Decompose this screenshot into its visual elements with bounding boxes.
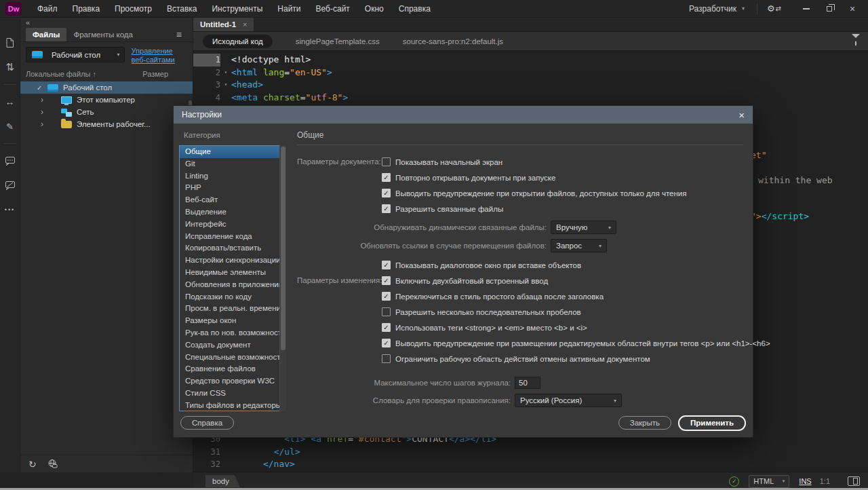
tree-row[interactable]: › Сеть bbox=[20, 106, 193, 118]
checkbox[interactable]: ✓ bbox=[382, 276, 391, 285]
category-item[interactable]: Сравнение файлов bbox=[180, 363, 285, 375]
category-item[interactable]: Подсказки по коду bbox=[180, 291, 285, 303]
menu-item[interactable]: Веб-сайт bbox=[309, 0, 357, 18]
sync-settings-button[interactable]: ⚙ ⇄ bbox=[763, 3, 785, 14]
checkbox[interactable]: ✓ bbox=[382, 189, 391, 197]
category-item[interactable]: Исправление кода bbox=[180, 231, 285, 243]
insert-mode-indicator[interactable]: INS bbox=[799, 477, 811, 485]
checkbox[interactable]: ✓ bbox=[382, 339, 391, 347]
panel-menu-icon[interactable]: ≡ bbox=[176, 30, 182, 41]
category-item[interactable]: Настройки синхронизации bbox=[180, 255, 285, 267]
checkbox[interactable]: ✓ bbox=[382, 323, 391, 332]
workspace-switcher[interactable]: Разработчик ▾ bbox=[682, 4, 751, 14]
lint-ok-icon[interactable]: ✓ bbox=[729, 476, 739, 487]
category-item[interactable]: Специальные возможности bbox=[180, 352, 285, 364]
expand-chevron-icon[interactable]: › bbox=[41, 107, 50, 117]
dialog-close-icon[interactable]: × bbox=[738, 110, 745, 120]
expand-chevron-icon[interactable]: › bbox=[41, 95, 50, 105]
code-line[interactable]: 3▾<head> bbox=[193, 79, 868, 92]
menu-item[interactable]: Вставка bbox=[159, 0, 205, 18]
fold-arrow-icon[interactable]: ▾ bbox=[220, 67, 231, 79]
checkbox[interactable]: ✓ bbox=[382, 173, 391, 182]
tab-close-icon[interactable]: × bbox=[243, 20, 247, 29]
checkbox[interactable]: ✓ bbox=[382, 292, 391, 301]
device-preview-icon[interactable] bbox=[848, 476, 860, 486]
category-item[interactable]: Рук-ва по нов. возможностям bbox=[180, 327, 285, 339]
apply-button[interactable]: Применить bbox=[678, 415, 746, 431]
tree-row[interactable]: ✓ Рабочий стол bbox=[20, 81, 193, 94]
comment-icon[interactable] bbox=[0, 151, 20, 171]
category-item[interactable]: Создать документ bbox=[180, 339, 285, 352]
code-line[interactable]: 2▾<html lang="en-US"> bbox=[193, 67, 868, 79]
more-tools-icon[interactable]: ••• bbox=[5, 206, 15, 213]
history-steps-input[interactable]: 50 bbox=[515, 377, 540, 389]
filter-icon[interactable] bbox=[852, 38, 860, 45]
menu-item[interactable]: Окно bbox=[357, 0, 391, 18]
category-item[interactable]: PHP bbox=[180, 182, 285, 194]
tree-row[interactable]: › Этот компьютер bbox=[20, 94, 193, 106]
category-item[interactable]: Обновления в приложении bbox=[180, 279, 285, 291]
expand-chevron-icon[interactable]: › bbox=[41, 119, 50, 129]
remove-comment-icon[interactable] bbox=[0, 175, 20, 195]
file-tool-icon[interactable] bbox=[0, 33, 20, 53]
menu-item[interactable]: Правка bbox=[65, 0, 108, 18]
category-item[interactable]: Стили CSS bbox=[180, 388, 285, 400]
category-item[interactable]: Общие bbox=[180, 146, 285, 158]
checkbox[interactable]: ✓ bbox=[382, 204, 391, 213]
column-size[interactable]: Размер bbox=[142, 70, 168, 78]
checkbox[interactable] bbox=[382, 157, 391, 166]
category-item[interactable]: Linting bbox=[180, 170, 285, 183]
site-select[interactable]: Рабочий стол ▾ bbox=[26, 47, 125, 62]
restore-button[interactable] bbox=[818, 0, 841, 18]
help-button[interactable]: Справка bbox=[180, 416, 234, 430]
code-line[interactable]: 1<!doctype html> bbox=[193, 54, 868, 67]
sync-arrows-icon[interactable]: ⇅ bbox=[0, 57, 20, 77]
code-line[interactable]: 31 </ul> bbox=[193, 446, 868, 459]
tag-selector-body[interactable]: body bbox=[205, 475, 240, 487]
category-item[interactable]: Копировать/вставить bbox=[180, 242, 285, 255]
refresh-icon[interactable]: ↻ bbox=[28, 459, 37, 470]
category-item[interactable]: Интерфейс bbox=[180, 219, 285, 231]
menu-item[interactable]: Инструменты bbox=[204, 0, 270, 18]
dynamic-files-select[interactable]: Вручную ▾ bbox=[551, 221, 616, 234]
menu-item[interactable]: Найти bbox=[270, 0, 308, 18]
checkbox[interactable]: ✓ bbox=[382, 261, 391, 269]
category-item[interactable]: Невидимые элементы bbox=[180, 267, 285, 279]
tree-row[interactable]: › Элементы рабочег... bbox=[20, 118, 193, 130]
category-item[interactable]: Размеры окон bbox=[180, 315, 285, 327]
close-button[interactable]: Закрыть bbox=[618, 416, 671, 430]
preview-globe-icon[interactable] bbox=[47, 459, 58, 469]
related-file-js[interactable]: source-sans-pro:n2:default.js bbox=[403, 37, 503, 45]
format-brush-icon[interactable]: ✎ bbox=[0, 116, 20, 136]
wrap-toggle-icon[interactable]: ↔ bbox=[0, 92, 20, 112]
checkbox[interactable] bbox=[382, 307, 391, 316]
category-scrollbar[interactable] bbox=[279, 145, 286, 411]
checkbox[interactable] bbox=[382, 354, 391, 363]
column-local-files[interactable]: Локальные файлы ↑ bbox=[26, 70, 96, 78]
dictionary-select[interactable]: Русский (Россия) ▾ bbox=[515, 394, 622, 407]
minimize-button[interactable] bbox=[795, 0, 818, 18]
update-links-select[interactable]: Запрос ▾ bbox=[551, 239, 607, 252]
category-item[interactable]: Просм. в реальн. времени bbox=[180, 303, 285, 315]
fold-arrow-icon[interactable]: ▾ bbox=[220, 79, 231, 92]
menu-item[interactable]: Просмотр bbox=[107, 0, 159, 18]
document-tab[interactable]: Untitled-1 × bbox=[193, 18, 254, 31]
manage-sites-link[interactable]: Управление веб-сайтами bbox=[132, 47, 189, 64]
category-item[interactable]: Веб-сайт bbox=[180, 194, 285, 206]
menu-item[interactable]: Файл bbox=[30, 0, 65, 18]
code-line[interactable]: 32 </nav> bbox=[193, 458, 868, 471]
close-window-button[interactable]: × bbox=[841, 0, 864, 18]
related-file-source[interactable]: Исходный код bbox=[203, 35, 273, 48]
category-list[interactable]: Общие Git Linting PHP Веб-сайт Выделение… bbox=[179, 145, 286, 411]
category-item[interactable]: Git bbox=[180, 158, 285, 170]
code-line[interactable]: 4<meta charset="utf-8"> bbox=[193, 92, 868, 105]
category-item[interactable]: Средство проверки W3C bbox=[180, 375, 285, 388]
panel-tab[interactable]: Файлы bbox=[26, 28, 66, 41]
category-item[interactable]: Типы файлов и редакторы bbox=[180, 400, 285, 411]
related-file-css[interactable]: singlePageTemplate.css bbox=[296, 37, 380, 45]
menu-item[interactable]: Справка bbox=[391, 0, 438, 18]
panel-tab[interactable]: Фрагменты кода bbox=[66, 28, 140, 41]
doctype-select[interactable]: HTML ▾ bbox=[749, 475, 789, 488]
collapse-panel-button[interactable]: « bbox=[20, 18, 193, 27]
category-item[interactable]: Выделение bbox=[180, 206, 285, 219]
